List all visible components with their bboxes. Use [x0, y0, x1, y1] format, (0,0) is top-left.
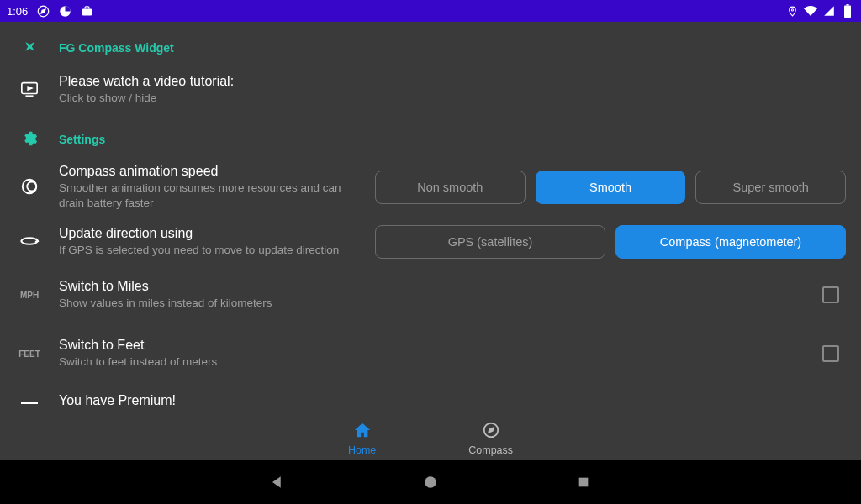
- compass-tab-icon: [482, 421, 500, 443]
- svg-point-4: [791, 8, 793, 10]
- gear-icon: [21, 130, 38, 150]
- direction-option-compass[interactable]: Compass (magnetometer): [615, 225, 846, 259]
- miles-title: Switch to Miles: [59, 279, 822, 294]
- compass-app-icon: [36, 4, 50, 18]
- premium-row[interactable]: You have Premium!: [0, 383, 861, 417]
- feet-row[interactable]: FEET Switch to Feet Switch to feet inste…: [0, 324, 861, 383]
- svg-rect-6: [846, 4, 848, 6]
- direction-icon: [19, 234, 40, 252]
- tab-compass-label: Compass: [468, 444, 513, 456]
- anim-speed-row: Compass animation speed Smoother animati…: [0, 157, 861, 218]
- section-header-app: FG Compass Widget: [0, 22, 861, 67]
- svg-marker-12: [489, 428, 494, 433]
- tab-compass[interactable]: Compass: [468, 421, 513, 456]
- app-title: FG Compass Widget: [59, 41, 846, 55]
- tutorial-row[interactable]: Please watch a video tutorial: Click to …: [0, 67, 861, 113]
- svg-point-13: [425, 476, 436, 488]
- anim-sub: Smoother animation consumes more resourc…: [59, 181, 362, 211]
- feet-sub: Switch to feet instead of meters: [59, 354, 822, 370]
- home-icon: [353, 421, 372, 443]
- tutorial-sub: Click to show / hide: [59, 91, 846, 106]
- svg-marker-1: [41, 9, 45, 13]
- signal-icon: [822, 4, 836, 18]
- mph-icon: MPH: [20, 291, 39, 300]
- animation-icon: [20, 177, 39, 199]
- briefcase-icon: [80, 4, 93, 18]
- anim-title: Compass animation speed: [59, 164, 362, 179]
- location-icon: [785, 4, 799, 18]
- video-icon: [20, 80, 39, 102]
- android-nav-bar: [0, 460, 861, 504]
- premium-icon: [21, 395, 38, 410]
- pie-icon: [58, 4, 71, 18]
- svg-rect-10: [21, 402, 38, 404]
- miles-checkbox[interactable]: [822, 286, 839, 303]
- feet-icon: FEET: [18, 349, 40, 359]
- tutorial-title: Please watch a video tutorial:: [59, 74, 846, 89]
- anim-option-smooth[interactable]: Smooth: [536, 171, 686, 204]
- main-content: FG Compass Widget Please watch a video t…: [0, 22, 861, 460]
- status-time: 1:06: [7, 5, 28, 18]
- miles-row[interactable]: MPH Switch to Miles Show values in miles…: [0, 265, 861, 324]
- svg-rect-5: [844, 6, 851, 18]
- bottom-tabs: Home Compass: [0, 417, 861, 460]
- tab-home-label: Home: [348, 444, 376, 456]
- svg-rect-14: [579, 478, 589, 487]
- settings-header: Settings: [59, 133, 846, 146]
- feet-title: Switch to Feet: [59, 338, 822, 353]
- nav-home[interactable]: [421, 473, 440, 491]
- tab-home[interactable]: Home: [348, 421, 376, 456]
- compass-icon: [21, 39, 38, 59]
- wifi-icon: [804, 4, 817, 18]
- status-bar: 1:06: [0, 0, 861, 22]
- nav-back[interactable]: [268, 473, 287, 491]
- feet-checkbox[interactable]: [822, 345, 839, 362]
- direction-option-gps[interactable]: GPS (satellites): [375, 225, 605, 259]
- direction-sub: If GPS is selected you need to move to u…: [59, 243, 362, 258]
- section-header-settings: Settings: [0, 113, 861, 157]
- premium-title: You have Premium!: [59, 393, 846, 408]
- battery-icon: [841, 4, 854, 18]
- nav-recent[interactable]: [574, 473, 593, 491]
- svg-point-9: [27, 182, 36, 192]
- anim-option-nonsmooth[interactable]: Non smooth: [375, 171, 526, 204]
- direction-title: Update direction using: [59, 226, 362, 241]
- miles-sub: Show values in miles instead of kilomete…: [59, 296, 822, 311]
- svg-rect-3: [82, 8, 92, 15]
- anim-option-supersmooth[interactable]: Super smooth: [695, 171, 846, 204]
- direction-row: Update direction using If GPS is selecte…: [0, 218, 861, 265]
